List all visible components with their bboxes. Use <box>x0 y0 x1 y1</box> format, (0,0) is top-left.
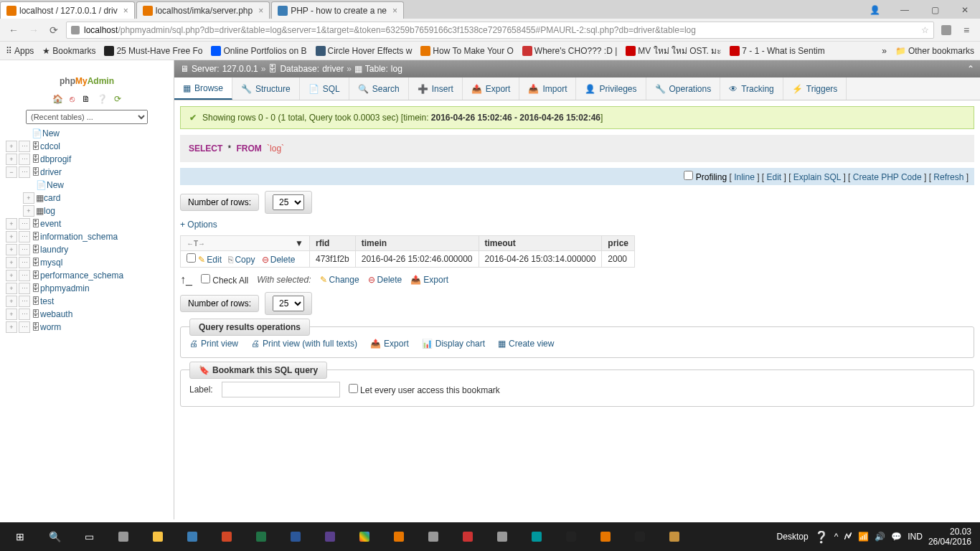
tab-insert[interactable]: ➕Insert <box>409 77 463 100</box>
word-icon[interactable] <box>278 522 313 551</box>
tree-table-card[interactable]: +▦card <box>20 192 171 204</box>
store-icon[interactable] <box>106 522 141 551</box>
cell-rfid[interactable]: 473f1f2b <box>310 251 356 268</box>
excel-icon[interactable] <box>244 522 278 551</box>
explain-link[interactable]: Explain SQL <box>793 172 841 182</box>
tree-db[interactable]: +⋯🗄phpmyadmin <box>3 282 171 295</box>
create-view-link[interactable]: ▦Create view <box>498 339 554 349</box>
col-timeout[interactable]: timeout <box>479 236 602 251</box>
explorer-icon[interactable] <box>141 522 175 551</box>
taskview-button[interactable]: ▭ <box>72 522 106 551</box>
search-button[interactable]: 🔍 <box>37 522 72 551</box>
app-icon[interactable] <box>313 522 347 551</box>
docs-icon[interactable]: ❔ <box>97 94 108 104</box>
menu-icon[interactable]: ≡ <box>958 22 974 38</box>
back-button[interactable]: ← <box>6 22 22 38</box>
arduino-icon[interactable] <box>519 522 554 551</box>
volume-icon[interactable]: 🔊 <box>875 532 885 542</box>
row-checkbox[interactable] <box>187 253 196 263</box>
check-all-checkbox[interactable] <box>201 274 210 283</box>
tree-db[interactable]: +⋯🗄cdcol <box>3 140 171 153</box>
home-icon[interactable]: 🏠 <box>52 94 63 104</box>
tree-db[interactable]: +⋯🗄webauth <box>3 308 171 321</box>
bookmark-item[interactable]: Where's CHO??? :D | <box>522 46 617 56</box>
tab-search[interactable]: 🔍Search <box>349 77 409 100</box>
change-selected-link[interactable]: ✎Change <box>320 275 359 285</box>
tree-db[interactable]: +⋯🗄worm <box>3 321 171 334</box>
cmd-icon[interactable] <box>623 522 657 551</box>
bookmark-share-checkbox[interactable] <box>349 384 358 393</box>
maximize-button[interactable]: ▢ <box>920 1 950 19</box>
help-icon[interactable]: ❔ <box>814 530 829 544</box>
print-view-link[interactable]: 🖨Print view <box>189 339 238 349</box>
app-icon[interactable] <box>416 522 451 551</box>
user-icon[interactable]: 👤 <box>859 1 890 19</box>
tab-sql[interactable]: 📄SQL <box>300 77 349 100</box>
bookmark-item[interactable]: 25 Must-Have Free Fo <box>104 46 202 56</box>
close-icon[interactable]: × <box>258 6 263 16</box>
delete-selected-link[interactable]: ⊖Delete <box>368 275 402 285</box>
tree-db[interactable]: +⋯🗄test <box>3 295 171 308</box>
bc-db-link[interactable]: driver <box>322 64 344 74</box>
tab-structure[interactable]: 🔧Structure <box>232 77 300 100</box>
print-view-full-link[interactable]: 🖨Print view (with full texts) <box>251 339 357 349</box>
minimize-button[interactable]: — <box>890 1 920 19</box>
other-bookmarks[interactable]: 📁Other bookmarks <box>895 46 974 56</box>
edit-row-link[interactable]: ✎Edit <box>198 255 222 265</box>
rows-select[interactable]: 25 <box>273 194 304 210</box>
clock[interactable]: 20.03 26/04/2016 <box>928 527 971 547</box>
bookmark-item[interactable]: MV ใหม่ ใหม่ OST. มะ <box>626 44 721 57</box>
app-icon[interactable] <box>485 522 519 551</box>
tree-db-driver[interactable]: −⋯🗄driver <box>3 166 171 179</box>
recent-tables-select[interactable]: (Recent tables) ... <box>26 110 148 124</box>
tab-triggers[interactable]: ⚡Triggers <box>783 77 847 100</box>
chevron-up-icon[interactable]: ^ <box>834 532 839 542</box>
tab-import[interactable]: 📥Import <box>519 77 576 100</box>
display-chart-link[interactable]: 📊Display chart <box>422 339 485 349</box>
rows-select[interactable]: 25 <box>273 296 304 311</box>
notification-icon[interactable]: 💬 <box>891 532 902 542</box>
tree-db[interactable]: +⋯🗄dbprogif <box>3 153 171 166</box>
extension-icon[interactable] <box>938 22 954 38</box>
profiling-checkbox[interactable] <box>684 171 693 180</box>
battery-icon[interactable]: 🗲 <box>844 532 852 542</box>
bookmark-item[interactable]: Circle Hover Effects w <box>316 46 413 56</box>
options-toggle[interactable]: + Options <box>180 220 974 230</box>
copy-row-link[interactable]: ⎘Copy <box>228 255 255 265</box>
bookmark-item[interactable]: How To Make Your O <box>420 46 514 56</box>
overflow-button[interactable]: » <box>882 46 887 56</box>
tab-tracking[interactable]: 👁Tracking <box>720 77 783 100</box>
xampp-icon[interactable] <box>588 522 623 551</box>
tree-db[interactable]: +⋯🗄performance_schema <box>3 269 171 282</box>
export-link[interactable]: 📤Export <box>370 339 409 349</box>
powerpoint-icon[interactable] <box>209 522 244 551</box>
adobe-icon[interactable] <box>451 522 485 551</box>
tab-operations[interactable]: 🔧Operations <box>646 77 721 100</box>
bookmark-item[interactable]: Online Portfolios on B <box>211 46 306 56</box>
forward-button[interactable]: → <box>26 22 42 38</box>
tree-db[interactable]: +⋯🗄event <box>3 217 171 230</box>
delete-row-link[interactable]: ⊖Delete <box>262 255 296 265</box>
cell-price[interactable]: 2000 <box>602 251 635 268</box>
collapse-icon[interactable]: ⌃ <box>967 64 974 74</box>
start-button[interactable]: ⊞ <box>3 522 37 551</box>
tree-db[interactable]: +⋯🗄information_schema <box>3 230 171 243</box>
chrome-icon[interactable] <box>347 522 382 551</box>
reload-icon[interactable]: ⟳ <box>114 94 121 104</box>
export-selected-link[interactable]: 📤Export <box>410 275 448 285</box>
check-all-label[interactable]: Check All <box>201 274 248 286</box>
phpmyadmin-logo[interactable]: phpMyAdmin <box>3 66 171 91</box>
logout-icon[interactable]: ⎋ <box>70 94 75 104</box>
app-icon[interactable] <box>382 522 416 551</box>
tree-db[interactable]: +⋯🗄mysql <box>3 256 171 269</box>
cell-timein[interactable]: 2016-04-26 15:02:46.000000 <box>355 251 479 268</box>
browser-tab-1[interactable]: localhost / 127.0.0.1 / driv × <box>0 1 135 19</box>
col-timein[interactable]: timein <box>355 236 479 251</box>
tab-browse[interactable]: ▦Browse <box>174 77 232 100</box>
createphp-link[interactable]: Create PHP Code <box>853 172 922 182</box>
bookmark-label-input[interactable] <box>222 382 340 397</box>
edit-link[interactable]: Edit <box>766 172 781 182</box>
col-price[interactable]: price <box>602 236 635 251</box>
tree-db[interactable]: +⋯🗄laundry <box>3 243 171 256</box>
tab-privileges[interactable]: 👤Privileges <box>576 77 646 100</box>
